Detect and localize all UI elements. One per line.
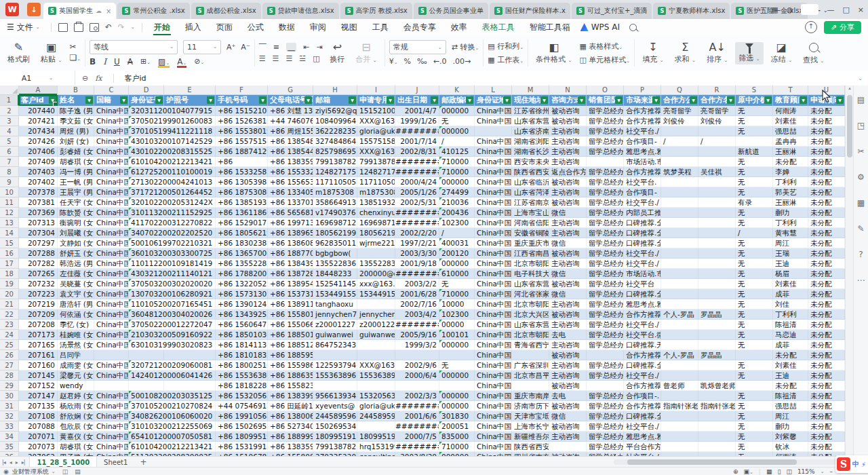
cell-C14[interactable]: China中国: [94, 228, 129, 238]
cell-H17[interactable]: 135522836: [313, 259, 357, 269]
cell-Q5[interactable]: /: [661, 136, 698, 147]
cell-N3[interactable]: 被动咨询: [549, 116, 587, 126]
cell-I18[interactable]: 200000@qq: [357, 269, 395, 279]
increase-font-icon[interactable]: A⁺: [226, 43, 235, 52]
cell-J17[interactable]: 2001/9/18: [395, 259, 439, 269]
cell-C28[interactable]: China中国: [94, 370, 129, 381]
cell-N19[interactable]: 被动咨询: [549, 279, 587, 289]
cell-G5[interactable]: +86 13854866895: [268, 136, 313, 147]
cell-N18[interactable]: 微信: [549, 269, 587, 279]
cell-R34[interactable]: [698, 432, 736, 442]
cell-K6[interactable]: 410125: [439, 147, 475, 157]
cell-F23[interactable]: +86 15606475: [216, 320, 268, 330]
sort-button[interactable]: A↓排序 ⌄: [703, 40, 731, 66]
cell-K32[interactable]: 301830: [439, 411, 475, 421]
cell-H5[interactable]: 327484864: [313, 136, 357, 147]
cell-R24[interactable]: [698, 330, 736, 340]
cell-I6[interactable]: XXX@163.: [357, 147, 395, 157]
cell-F12[interactable]: +86 13611860: [216, 208, 268, 218]
layout-switch-icon[interactable]: ▦: [771, 5, 778, 14]
cell-C24[interactable]: China中国: [94, 330, 129, 340]
panel-layout-icon[interactable]: ◳: [857, 121, 865, 130]
cell-U32[interactable]: 未分配: [808, 411, 845, 421]
row-header-7[interactable]: 7: [0, 157, 19, 167]
cell-R35[interactable]: [698, 442, 736, 452]
cell-D27[interactable]: 320721200209060081: [129, 360, 216, 370]
panel-grid-icon[interactable]: ▤: [857, 95, 865, 104]
filter-header-cell-M1[interactable]: 现住地址▼: [512, 95, 549, 106]
cell-L25[interactable]: China中国: [475, 340, 512, 350]
cell-M34[interactable]: 新疆维吾尔: [512, 432, 549, 442]
cell-F34[interactable]: +86 18099519: [216, 432, 268, 442]
sheet-tab-11_28_5_1000[interactable]: 11_28_5_1000: [29, 457, 97, 468]
cell-I25[interactable]: [357, 340, 395, 350]
name-box[interactable]: A1⌄: [0, 71, 75, 86]
cell-Q2[interactable]: 亮哥留学: [661, 106, 698, 116]
cell-N30[interactable]: 去电: [549, 391, 587, 401]
cell-D24[interactable]: 210303200509160922: [129, 330, 216, 340]
cell-O3[interactable]: 留学总经办: [587, 116, 624, 126]
row-header-14[interactable]: 14: [0, 228, 19, 238]
cell-G32[interactable]: +86 13800682663: [268, 411, 313, 421]
outline-icon[interactable]: ▤: [75, 468, 81, 475]
cell-C15[interactable]: China中国: [94, 238, 129, 248]
column-header-B[interactable]: B: [58, 86, 94, 95]
cell-P30[interactable]: 合作项目-.: [624, 391, 661, 401]
horizontal-scroll-thumb[interactable]: [627, 459, 797, 465]
cell-L21[interactable]: China中国: [475, 299, 512, 309]
cell-G29[interactable]: +86 15582391866: [268, 381, 313, 391]
cell-S2[interactable]: 无: [736, 106, 773, 116]
cell-U20[interactable]: 未分配: [808, 289, 845, 299]
cell-K8[interactable]: 710000: [439, 167, 475, 177]
cell-D35[interactable]: 610104200212213421: [129, 442, 216, 452]
cell-O28[interactable]: 留学总经办: [587, 370, 624, 381]
cell-K14[interactable]: /: [439, 228, 475, 238]
cell-I19[interactable]: xxx@163.c: [357, 279, 395, 289]
filter-dropdown-icon[interactable]: ▼: [764, 96, 772, 104]
filter-header-cell-S1[interactable]: 原中介机▼: [736, 95, 773, 106]
bold-button[interactable]: B: [90, 57, 96, 66]
column-header-Q[interactable]: Q: [661, 86, 698, 95]
cell-J29[interactable]: [395, 381, 439, 391]
ime-quick-icon[interactable]: ⚡: [861, 461, 866, 468]
cell-B13[interactable]: 衡琬明 (女: [58, 218, 94, 228]
filter-header-cell-F1[interactable]: 手机号码▼: [216, 95, 268, 106]
filter-header-cell-K1[interactable]: 邮政编码▼: [439, 95, 475, 106]
cell-S8[interactable]: 无: [736, 167, 773, 177]
cell-F32[interactable]: +86 19910568: [216, 411, 268, 421]
cell-A27[interactable]: 207160: [19, 360, 58, 370]
cell-U14[interactable]: 未分配: [808, 228, 845, 238]
cell-B8[interactable]: 冯一博 (男: [58, 167, 94, 177]
cell-Q3[interactable]: 刘俊伶: [661, 116, 698, 126]
cell-H25[interactable]: 864752343: [313, 340, 357, 350]
cell-O27[interactable]: 留学总经办: [587, 360, 624, 370]
cell-N21[interactable]: 主动咨询: [549, 299, 587, 309]
filter-dropdown-icon[interactable]: ▼: [259, 96, 267, 104]
panel-table-icon[interactable]: ▦: [857, 198, 865, 208]
cell-U22[interactable]: 未分配: [808, 309, 845, 320]
cell-C6[interactable]: China中国: [94, 147, 129, 157]
menu-tab-插入[interactable]: 插入: [178, 19, 209, 35]
cell-S13[interactable]: 无: [736, 218, 773, 228]
cell-H30[interactable]: 956613934: [313, 391, 357, 401]
cell-F35[interactable]: +86 15319918: [216, 442, 268, 452]
cell-L18[interactable]: China中国: [475, 269, 512, 279]
cell-T32[interactable]: 周江: [773, 411, 808, 421]
cell-A5[interactable]: 207426: [19, 136, 58, 147]
cell-K21[interactable]: 10000: [439, 299, 475, 309]
cell-K26[interactable]: [439, 350, 475, 360]
menu-tab-页面[interactable]: 页面: [209, 19, 240, 35]
cell-M22[interactable]: 北京大兴区: [512, 309, 549, 320]
cell-T9[interactable]: 丁利利: [773, 177, 808, 187]
cell-R21[interactable]: [698, 299, 736, 309]
cell-C27[interactable]: China中国: [94, 360, 129, 370]
share-button[interactable]: ⇗分享: [824, 21, 861, 34]
cell-A26[interactable]: 207161: [19, 350, 58, 360]
cell-Q13[interactable]: [661, 218, 698, 228]
cell-U4[interactable]: 未分配: [808, 126, 845, 136]
cell-F21[interactable]: +86 13901242: [216, 299, 268, 309]
cell-S28[interactable]: 无: [736, 370, 773, 381]
zoom-formula-icon[interactable]: ⊖: [82, 74, 88, 83]
cell-I9[interactable]: 117110505: [357, 177, 395, 187]
cell-H18[interactable]: 18448233: [313, 269, 357, 279]
